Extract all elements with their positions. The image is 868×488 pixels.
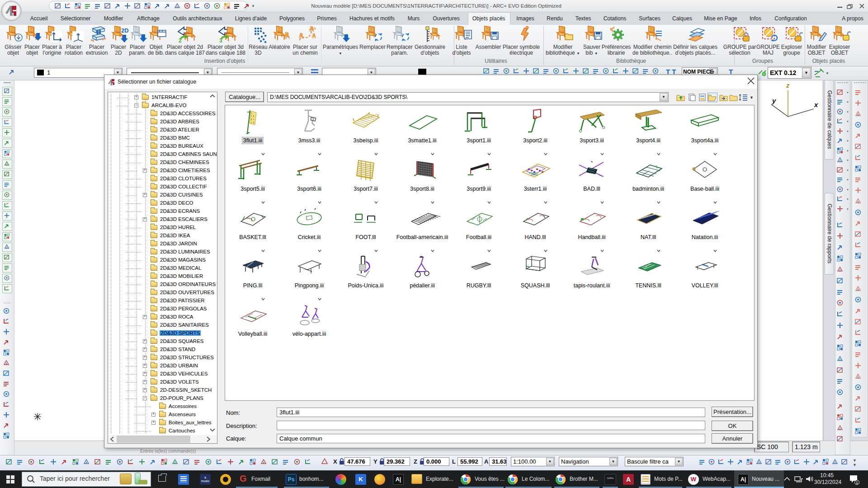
- svg-text:3: 3: [219, 38, 222, 43]
- svg-text:2D: 2D: [121, 27, 129, 34]
- svg-text:z: z: [786, 81, 790, 89]
- svg-text:x: x: [814, 101, 818, 108]
- svg-text:2: 2: [179, 38, 182, 43]
- svg-text:y: y: [772, 97, 776, 104]
